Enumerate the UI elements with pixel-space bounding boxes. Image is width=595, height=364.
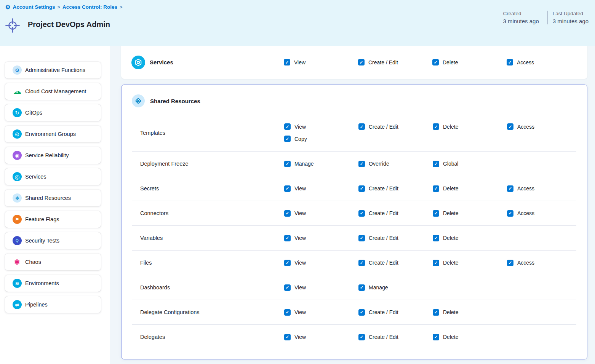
checkbox-manage[interactable]: ✓Manage [284, 161, 358, 167]
checkbox-create-edit[interactable]: ✓Create / Edit [358, 309, 433, 316]
permission-label: View [294, 260, 306, 266]
checkmark-icon: ✓ [284, 284, 291, 291]
checkmark-icon: ✓ [433, 185, 439, 192]
breadcrumb-link-account-settings[interactable]: Account Settings [13, 4, 55, 10]
checkmark-icon: ✓ [284, 334, 291, 340]
permission-label: Manage [294, 161, 314, 167]
checkmark-icon: ✓ [358, 284, 365, 291]
sidebar-item-service-reliability[interactable]: ◉ Service Reliability [5, 147, 101, 164]
sidebar-item-label: Pipelines [25, 302, 48, 308]
checkbox-view[interactable]: ✓View [284, 123, 358, 130]
checkbox-delete[interactable]: ✓Delete [433, 334, 507, 340]
sidebar-item-pipelines[interactable]: ⇌ Pipelines [5, 296, 101, 313]
checkmark-icon: ✓ [358, 59, 365, 65]
checkbox-create-edit[interactable]: ✓Create / Edit [358, 235, 433, 241]
service-reliability-icon: ◉ [13, 151, 22, 160]
resource-row-files: Files ✓View ✓Create / Edit ✓Delete ✓Acce… [132, 250, 576, 275]
sidebar-item-cloud-cost-management[interactable]: ☁$ Cloud Cost Management [5, 83, 101, 100]
permission-label: Access [517, 124, 534, 130]
checkbox-copy[interactable]: ✓Copy [284, 136, 358, 142]
permission-label: View [294, 334, 306, 340]
checkmark-icon: ✓ [433, 210, 439, 217]
checkmark-icon: ✓ [507, 59, 513, 65]
resource-row-label: Templates [132, 130, 284, 136]
sidebar-item-environment-groups[interactable]: ⊚ Environment Groups [5, 126, 101, 142]
sidebar-item-feature-flags[interactable]: ⚑ Feature Flags [5, 211, 101, 228]
checkbox-create-edit[interactable]: ✓Create / Edit [358, 59, 432, 65]
checkbox-override[interactable]: ✓Override [358, 161, 433, 167]
sidebar: ⚙ Administrative Functions ☁$ Cloud Cost… [0, 46, 110, 364]
sidebar-item-environments[interactable]: ≋ Environments [5, 275, 101, 292]
checkbox-global[interactable]: ✓Global [433, 161, 507, 167]
services-card-header: Services [131, 56, 284, 69]
permission-label: Delete [443, 309, 458, 315]
checkbox-delete[interactable]: ✓Delete [433, 210, 507, 217]
shared-resources-card-header: Shared Resources [122, 85, 587, 107]
checkbox-delete[interactable]: ✓Delete [433, 235, 507, 241]
checkmark-icon: ✓ [358, 309, 365, 316]
permission-label: Delete [443, 59, 458, 65]
checkmark-icon: ✓ [433, 260, 439, 266]
last-updated-value: 3 minutes ago [553, 18, 589, 24]
crosshair-target-icon [5, 18, 20, 33]
resource-row-label: Dashboards [132, 284, 284, 291]
checkbox-delete[interactable]: ✓Delete [432, 59, 507, 65]
shared-resources-rows: Templates ✓View✓Copy ✓Create / Edit ✓Del… [122, 114, 587, 349]
checkbox-view[interactable]: ✓View [284, 185, 358, 192]
checkbox-access[interactable]: ✓Access [507, 123, 576, 130]
checkbox-access[interactable]: ✓Access [507, 210, 576, 217]
permission-label: Global [443, 161, 458, 167]
sidebar-item-shared-resources[interactable]: ❖ Shared Resources [5, 190, 101, 206]
checkbox-view[interactable]: ✓View [284, 309, 358, 316]
checkbox-view[interactable]: ✓View [284, 260, 358, 266]
checkbox-delete[interactable]: ✓Delete [433, 185, 507, 192]
checkbox-create-edit[interactable]: ✓Create / Edit [358, 185, 433, 192]
permission-label: Create / Edit [368, 59, 398, 65]
checkbox-create-edit[interactable]: ✓Create / Edit [358, 123, 433, 130]
sidebar-item-security-tests[interactable]: ⚲ Security Tests [5, 232, 101, 249]
services-card: Services ✓View ✓Create / Edit ✓Delete ✓A… [121, 46, 587, 79]
checkbox-create-edit[interactable]: ✓Create / Edit [358, 260, 433, 266]
sidebar-item-chaos[interactable]: ✱ Chaos [5, 254, 101, 270]
checkbox-view[interactable]: ✓View [284, 334, 358, 340]
permission-label: Delete [443, 235, 458, 241]
checkmark-icon: ✓ [433, 123, 439, 130]
checkbox-create-edit[interactable]: ✓Create / Edit [358, 210, 433, 217]
page-header: ⚙ Account Settings > Access Control: Rol… [0, 0, 595, 46]
breadcrumb-separator: > [57, 4, 60, 10]
resource-row-label: Files [132, 260, 284, 266]
checkbox-view[interactable]: ✓View [284, 235, 358, 241]
checkbox-view[interactable]: ✓View [284, 59, 358, 65]
checkbox-view[interactable]: ✓View [284, 284, 358, 291]
services-icon: ◎ [13, 172, 22, 181]
checkbox-delete[interactable]: ✓Delete [433, 309, 507, 316]
permission-label: View [294, 185, 306, 192]
sidebar-item-services[interactable]: ◎ Services [5, 168, 101, 185]
breadcrumb-link-access-control-roles[interactable]: Access Control: Roles [62, 4, 117, 10]
checkbox-access[interactable]: ✓Access [507, 260, 576, 266]
settings-gear-icon: ⚙ [5, 4, 10, 10]
sidebar-item-label: Environments [25, 280, 59, 286]
permission-label: View [294, 284, 306, 291]
checkbox-delete[interactable]: ✓Delete [433, 123, 507, 130]
checkmark-icon: ✓ [284, 235, 291, 241]
sidebar-item-label: Administrative Functions [25, 67, 85, 73]
permission-label: Create / Edit [369, 334, 398, 340]
breadcrumb: ⚙ Account Settings > Access Control: Rol… [5, 4, 123, 10]
checkmark-icon: ✓ [358, 161, 365, 167]
permission-label: Delete [443, 185, 458, 192]
checkbox-view[interactable]: ✓View [284, 210, 358, 217]
sidebar-item-gitops[interactable]: ↻ GitOps [5, 104, 101, 121]
resource-row-delegate-configurations: Delegate Configurations ✓View ✓Create / … [132, 300, 576, 324]
resource-row-label: Delegate Configurations [132, 309, 284, 315]
checkbox-create-edit[interactable]: ✓Create / Edit [358, 334, 433, 340]
checkmark-icon: ✓ [358, 185, 365, 192]
resource-row-label: Deployment Freeze [132, 161, 284, 167]
checkbox-access[interactable]: ✓Access [507, 185, 576, 192]
checkbox-manage[interactable]: ✓Manage [358, 284, 433, 291]
sidebar-item-administrative-functions[interactable]: ⚙ Administrative Functions [5, 62, 101, 78]
permission-label: Access [517, 185, 534, 192]
checkbox-access[interactable]: ✓Access [507, 59, 577, 65]
checkmark-icon: ✓ [284, 185, 291, 192]
checkbox-delete[interactable]: ✓Delete [433, 260, 507, 266]
